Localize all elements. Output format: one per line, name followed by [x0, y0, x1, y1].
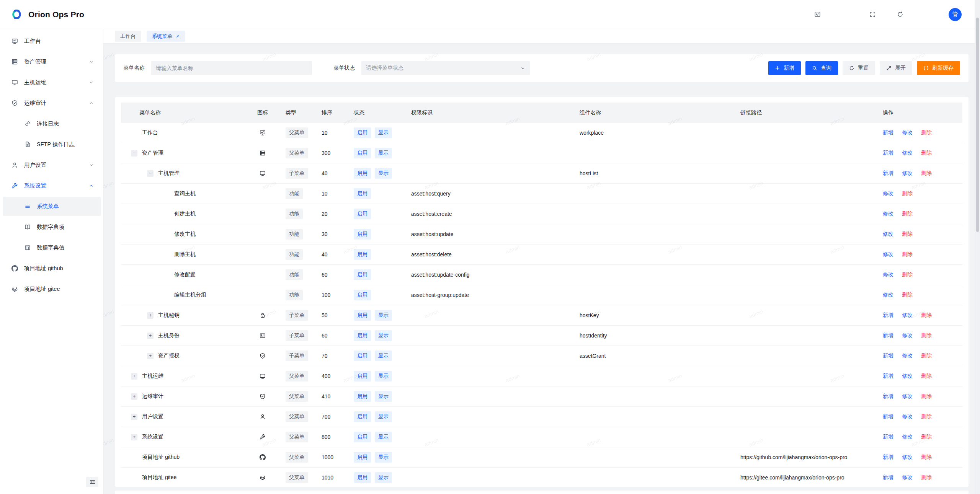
- table-row: +资产授权子菜单70启用显示assetGrant新增修改删除: [121, 346, 962, 366]
- delete-link[interactable]: 删除: [921, 352, 932, 359]
- add-link[interactable]: 新增: [883, 170, 893, 177]
- add-link[interactable]: 新增: [883, 474, 893, 481]
- refresh-button[interactable]: [893, 8, 906, 21]
- edit-link[interactable]: 修改: [902, 150, 913, 157]
- tab-0[interactable]: 工作台: [115, 31, 141, 42]
- close-icon[interactable]: [176, 34, 180, 38]
- toolbar-button-2[interactable]: 重置: [843, 61, 875, 75]
- add-link[interactable]: 新增: [883, 454, 893, 461]
- add-link[interactable]: 新增: [883, 129, 893, 136]
- delete-link[interactable]: 删除: [902, 190, 913, 197]
- delete-link[interactable]: 删除: [921, 150, 932, 157]
- delete-link[interactable]: 删除: [902, 271, 913, 278]
- edit-link[interactable]: 修改: [902, 373, 913, 380]
- add-link[interactable]: 新增: [883, 332, 893, 339]
- sidebar-collapse-button[interactable]: [86, 477, 98, 487]
- row-name-cell: 编辑主机分组: [121, 292, 257, 298]
- edit-link[interactable]: 修改: [883, 271, 893, 278]
- expand-row-button[interactable]: +: [131, 373, 137, 380]
- theme-button[interactable]: [838, 8, 851, 21]
- delete-link[interactable]: 删除: [921, 454, 932, 461]
- dashboard-icon: [260, 130, 266, 136]
- edit-link[interactable]: 修改: [902, 434, 913, 440]
- user-avatar[interactable]: 管: [949, 8, 962, 21]
- sidebar-item-1[interactable]: 资产管理: [0, 52, 103, 71]
- monitor-icon: [11, 79, 18, 86]
- edit-link[interactable]: 修改: [902, 170, 913, 177]
- edit-link[interactable]: 修改: [883, 190, 893, 197]
- sidebar-subitem-5-1[interactable]: 数据字典项: [3, 217, 101, 236]
- delete-link[interactable]: 删除: [921, 170, 932, 177]
- toolbar-button-0[interactable]: 新增: [768, 61, 801, 75]
- add-link[interactable]: 新增: [883, 393, 893, 400]
- add-link[interactable]: 新增: [883, 352, 893, 359]
- sidebar-item-4[interactable]: 用户设置: [0, 155, 103, 174]
- sidebar-subitem-3-0[interactable]: 连接日志: [3, 114, 101, 133]
- expand-row-button[interactable]: +: [131, 434, 137, 440]
- edit-link[interactable]: 修改: [902, 454, 913, 461]
- sidebar-item-3[interactable]: 运维审计: [0, 93, 103, 112]
- delete-link[interactable]: 删除: [921, 129, 932, 136]
- expand-row-button[interactable]: +: [147, 312, 154, 319]
- sidebar-item-5[interactable]: 系统设置: [0, 176, 103, 195]
- toolbar-button-1[interactable]: 查询: [805, 61, 838, 75]
- settings-button[interactable]: [921, 8, 934, 21]
- menu-name-input[interactable]: [151, 61, 312, 75]
- delete-link[interactable]: 删除: [902, 251, 913, 258]
- edit-link[interactable]: 修改: [883, 210, 893, 217]
- edit-link[interactable]: 修改: [902, 393, 913, 400]
- edit-link[interactable]: 修改: [902, 129, 913, 136]
- sidebar-subitem-5-2[interactable]: 数据字典值: [3, 238, 101, 257]
- sidebar-item-6[interactable]: 项目地址 github: [0, 259, 103, 278]
- status-badge: 显示: [375, 310, 392, 321]
- edit-link[interactable]: 修改: [883, 292, 893, 298]
- edit-link[interactable]: 修改: [883, 231, 893, 238]
- edit-link[interactable]: 修改: [902, 413, 913, 420]
- delete-link[interactable]: 删除: [921, 373, 932, 380]
- add-link[interactable]: 新增: [883, 312, 893, 319]
- delete-link[interactable]: 删除: [921, 413, 932, 420]
- edit-link[interactable]: 修改: [883, 251, 893, 258]
- delete-link[interactable]: 删除: [921, 434, 932, 440]
- expand-row-button[interactable]: +: [147, 353, 154, 359]
- row-icon-cell: [257, 474, 286, 481]
- delete-link[interactable]: 删除: [921, 332, 932, 339]
- delete-link[interactable]: 删除: [921, 393, 932, 400]
- toolbar-button-3[interactable]: 展开: [880, 61, 912, 75]
- delete-link[interactable]: 删除: [921, 312, 932, 319]
- delete-link[interactable]: 删除: [902, 292, 913, 298]
- sidebar-item-7[interactable]: 项目地址 gitee: [0, 279, 103, 298]
- sidebar-item-2[interactable]: 主机运维: [0, 73, 103, 92]
- delete-link[interactable]: 删除: [921, 474, 932, 481]
- add-link[interactable]: 新增: [883, 434, 893, 440]
- edit-link[interactable]: 修改: [902, 332, 913, 339]
- add-link[interactable]: 新增: [883, 150, 893, 157]
- toolbar-button-4[interactable]: 刷新缓存: [917, 61, 960, 75]
- expand-row-button[interactable]: +: [147, 333, 154, 339]
- code-button[interactable]: [811, 8, 824, 21]
- table-row: +主机秘钥子菜单50启用显示hostKey新增修改删除: [121, 305, 962, 326]
- row-status-cell: 启用: [354, 229, 411, 240]
- sidebar-subitem-3-1[interactable]: SFTP 操作日志: [3, 135, 101, 154]
- add-link[interactable]: 新增: [883, 413, 893, 420]
- menu-status-select[interactable]: 请选择菜单状态: [361, 61, 530, 75]
- add-link[interactable]: 新增: [883, 373, 893, 380]
- expand-row-button[interactable]: +: [131, 393, 137, 400]
- tab-1[interactable]: 系统菜单: [147, 31, 185, 42]
- delete-link[interactable]: 删除: [902, 210, 913, 217]
- expand-row-button[interactable]: +: [131, 414, 137, 420]
- edit-link[interactable]: 修改: [902, 312, 913, 319]
- scrollbar-thumb[interactable]: [976, 18, 979, 232]
- sidebar-subitem-5-0[interactable]: 系统菜单: [3, 197, 101, 216]
- sidebar-item-0[interactable]: 工作台: [0, 31, 103, 51]
- collapse-row-button[interactable]: −: [147, 170, 154, 177]
- collapse-row-button[interactable]: −: [131, 150, 137, 157]
- status-badge: 启用: [354, 351, 371, 361]
- edit-link[interactable]: 修改: [902, 352, 913, 359]
- menu-name: 编辑主机分组: [174, 292, 206, 298]
- delete-link[interactable]: 删除: [902, 231, 913, 238]
- fullscreen-button[interactable]: [866, 8, 879, 21]
- row-path: https://github.com/lijiahangmax/orion-op…: [740, 454, 878, 460]
- app-title: Orion Ops Pro: [28, 10, 84, 19]
- edit-link[interactable]: 修改: [902, 474, 913, 481]
